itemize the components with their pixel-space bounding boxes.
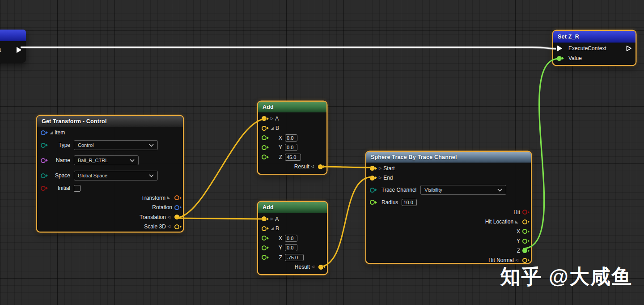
- node-add-bottom-header[interactable]: Add: [258, 202, 327, 213]
- a-pin[interactable]: [262, 116, 267, 121]
- start-pin[interactable]: [370, 166, 375, 171]
- scale3d-pin[interactable]: [174, 224, 179, 229]
- initial-checkbox[interactable]: [74, 185, 80, 192]
- name-pin[interactable]: [41, 158, 46, 163]
- collapsed-arrow-icon[interactable]: ◁: [312, 265, 314, 269]
- expanded-arrow-icon[interactable]: ◣: [515, 220, 518, 224]
- hit-normal-label: Hit Normal: [488, 257, 514, 263]
- space-dropdown[interactable]: Global Space: [74, 171, 158, 180]
- collapsed-arrow-icon[interactable]: ◁: [168, 215, 170, 219]
- rotation-pin[interactable]: [174, 205, 179, 210]
- wire-exec-core: [21, 47, 556, 49]
- node-partial-exec[interactable]: t: [0, 30, 26, 63]
- exec-output-pin[interactable]: [626, 45, 632, 52]
- watermark-text: 知乎 @大咸鱼: [500, 263, 632, 290]
- hit-location-z-pin[interactable]: [522, 248, 527, 253]
- space-dropdown-value: Global Space: [78, 173, 107, 178]
- trace-channel-label: Trace Channel: [381, 187, 416, 193]
- a-label: A: [275, 116, 279, 122]
- type-pin[interactable]: [41, 143, 46, 148]
- node-title: Add: [263, 204, 274, 210]
- z-pin[interactable]: [262, 255, 267, 260]
- end-pin[interactable]: [370, 176, 375, 180]
- exec-input-pin[interactable]: [557, 45, 563, 52]
- value-pin[interactable]: [557, 56, 562, 61]
- hit-normal-pin[interactable]: [522, 258, 527, 263]
- name-label: Name: [48, 157, 70, 163]
- z-pin[interactable]: [262, 155, 267, 159]
- transform-label: Transform: [141, 195, 165, 201]
- expand-arrow-icon[interactable]: ◣: [167, 196, 170, 200]
- item-pin[interactable]: [41, 130, 46, 135]
- x-pin[interactable]: [262, 135, 267, 140]
- radius-pin[interactable]: [370, 200, 375, 205]
- z-value-field[interactable]: [285, 154, 301, 161]
- start-label: Start: [383, 165, 394, 172]
- collapsed-arrow-icon[interactable]: ▷: [271, 117, 273, 120]
- hit-pin[interactable]: [522, 210, 527, 215]
- expanded-arrow-icon[interactable]: ◢: [271, 227, 274, 231]
- type-dropdown-value: Control: [78, 142, 93, 148]
- b-pin[interactable]: [262, 226, 267, 231]
- y-pin[interactable]: [262, 145, 267, 150]
- space-pin[interactable]: [41, 173, 46, 178]
- collapsed-arrow-icon[interactable]: ▷: [379, 167, 381, 170]
- z-value-field[interactable]: [285, 254, 304, 261]
- initial-pin[interactable]: [41, 186, 46, 191]
- hit-location-y-pin[interactable]: [522, 239, 527, 244]
- collapsed-arrow-icon[interactable]: ◁: [516, 258, 518, 262]
- collapsed-arrow-icon[interactable]: ▷: [271, 217, 273, 221]
- collapsed-arrow-icon[interactable]: ◁: [311, 165, 314, 168]
- chevron-down-icon: [149, 144, 154, 147]
- node-partial-body: t: [0, 41, 26, 63]
- node-sphere-trace[interactable]: Sphere Trace By Trace Channel ▷ Start ▷ …: [366, 152, 531, 263]
- b-pin[interactable]: [262, 126, 267, 131]
- hit-location-pin[interactable]: [522, 219, 527, 224]
- a-label: A: [275, 216, 279, 222]
- hit-location-label: Hit Location: [485, 219, 513, 225]
- radius-value-field[interactable]: [402, 199, 417, 206]
- x-label: X: [269, 135, 282, 141]
- transform-pin[interactable]: [174, 195, 179, 200]
- exec-output-pin[interactable]: [16, 47, 22, 53]
- x-value-field[interactable]: [285, 235, 297, 242]
- trace-channel-dropdown[interactable]: Visibility: [420, 185, 506, 195]
- y-value-field[interactable]: [285, 144, 297, 151]
- node-get-transform-control[interactable]: Get Transform - Control ◢ Item Type Cont…: [37, 116, 183, 232]
- node-add-bottom[interactable]: Add ▷ A ◢ B X Y: [258, 202, 327, 274]
- x-value-field[interactable]: [285, 134, 297, 142]
- node-get-transform-header[interactable]: Get Transform - Control: [37, 116, 183, 127]
- expanded-arrow-icon[interactable]: ◢: [50, 131, 53, 135]
- translation-pin[interactable]: [174, 215, 179, 219]
- x-pin[interactable]: [262, 236, 267, 241]
- result-pin[interactable]: [318, 265, 323, 270]
- initial-label: Initial: [48, 185, 70, 191]
- hit-location-z-label: Z: [517, 248, 520, 254]
- node-set-z-r[interactable]: Set Z_R ExecuteContext Value: [553, 31, 636, 65]
- node-sphere-trace-header[interactable]: Sphere Trace By Trace Channel: [366, 152, 531, 163]
- expanded-arrow-icon[interactable]: ◢: [271, 126, 274, 130]
- type-label: Type: [48, 142, 70, 148]
- collapsed-arrow-icon[interactable]: ◁: [168, 225, 170, 228]
- y-pin[interactable]: [262, 245, 267, 250]
- y-value-field[interactable]: [285, 244, 297, 251]
- wire-translation-to-add-top-a: [175, 119, 267, 218]
- type-dropdown[interactable]: Control: [74, 140, 158, 150]
- node-add-top[interactable]: Add ▷ A ◢ B X Y: [258, 102, 326, 174]
- y-label: Y: [269, 144, 282, 150]
- trace-channel-pin[interactable]: [370, 188, 375, 193]
- result-pin[interactable]: [318, 164, 323, 169]
- name-dropdown[interactable]: Ball_R_CTRL: [74, 155, 139, 165]
- chevron-down-icon: [130, 159, 135, 162]
- hit-location-x-pin[interactable]: [522, 229, 527, 234]
- z-label: Z: [269, 154, 282, 160]
- blueprint-graph-canvas[interactable]: t Get Transform - Control ◢ Item Type Co…: [0, 0, 644, 305]
- space-label: Space: [48, 172, 70, 179]
- hit-location-y-label: Y: [517, 238, 520, 244]
- node-partial-header[interactable]: [0, 30, 26, 41]
- collapsed-arrow-icon[interactable]: ▷: [379, 176, 381, 180]
- value-label: Value: [568, 55, 582, 61]
- node-set-z-r-header[interactable]: Set Z_R: [553, 31, 636, 43]
- node-add-top-header[interactable]: Add: [258, 102, 326, 112]
- a-pin[interactable]: [262, 216, 267, 221]
